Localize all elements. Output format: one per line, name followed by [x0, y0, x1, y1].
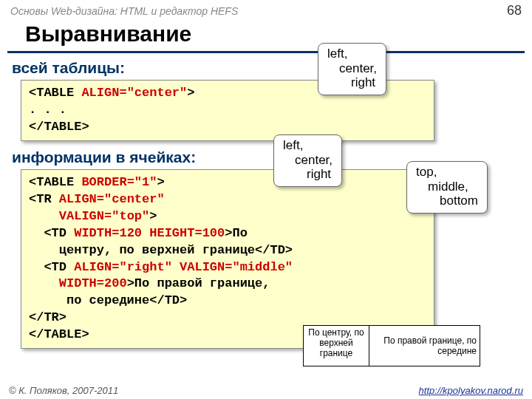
section1-heading: всей таблицы:	[12, 59, 522, 77]
code-text: >По	[225, 226, 248, 240]
code-highlight: BORDER="1"	[81, 175, 157, 189]
code-text: >	[149, 209, 157, 223]
page-number: 68	[507, 3, 522, 18]
code-highlight: ALIGN="center"	[59, 192, 165, 206]
code-text: >По правой границе,	[127, 276, 270, 290]
code-text: </TABLE>	[29, 120, 89, 134]
footer: © К. Поляков, 2007-2011 http://kpolyakov…	[0, 385, 532, 396]
callout-line: right	[283, 167, 332, 182]
callout-line: center,	[283, 153, 332, 168]
code-highlight: WIDTH=200	[59, 276, 127, 290]
preview-cell-2: По правой границе, по середине	[369, 325, 480, 366]
code-text: <TABLE	[29, 86, 81, 100]
callout-line: right	[327, 75, 377, 90]
callout-line: left,	[327, 47, 377, 61]
code-text: <TD	[29, 226, 74, 240]
preview-cell-1: По центру, по верхней границе	[303, 325, 369, 366]
code-text: <TABLE	[29, 175, 81, 189]
code-text: </TABLE>	[29, 327, 89, 341]
footer-link[interactable]: http://kpolyakov.narod.ru	[419, 385, 523, 396]
course-title: Основы Web-дизайна: HTML и редактор HEFS	[10, 5, 238, 17]
slide-title: Выравнивание	[7, 20, 525, 53]
code-text: </TR>	[29, 310, 66, 324]
copyright: © К. Поляков, 2007-2011	[9, 385, 118, 396]
code-text: центру, по верхней границе</TD>	[29, 243, 293, 257]
callout-align-2: left, center, right	[273, 134, 342, 187]
header: Основы Web-дизайна: HTML и редактор HEFS…	[0, 0, 532, 20]
code-block-2: <TABLE BORDER="1"> <TR ALIGN="center" VA…	[21, 169, 434, 349]
callout-align-1: left, center, right	[318, 43, 386, 95]
callout-line: middle,	[416, 180, 478, 194]
callout-line: left,	[283, 138, 332, 153]
content: всей таблицы: <TABLE ALIGN="center"> . .…	[0, 59, 532, 349]
code-highlight: WIDTH=120 HEIGHT=100	[74, 226, 225, 240]
code-text	[29, 276, 59, 290]
callout-line: top,	[416, 165, 478, 180]
code-text: >	[157, 175, 164, 189]
code-text	[29, 209, 59, 223]
preview-table: По центру, по верхней границе По правой …	[303, 325, 480, 366]
code-text: по середине</TD>	[29, 293, 187, 307]
code-highlight: ALIGN="right" VALIGN="middle"	[74, 260, 293, 274]
code-text: <TD	[29, 260, 74, 274]
code-text: <TR	[29, 192, 59, 206]
callout-valign: top, middle, bottom	[406, 161, 488, 214]
code-text: . . .	[29, 103, 66, 117]
code-highlight: ALIGN="center"	[81, 86, 187, 100]
callout-line: bottom	[416, 194, 478, 208]
callout-line: center,	[327, 61, 377, 76]
code-highlight: VALIGN="top"	[59, 209, 149, 223]
code-text: >	[187, 86, 194, 100]
